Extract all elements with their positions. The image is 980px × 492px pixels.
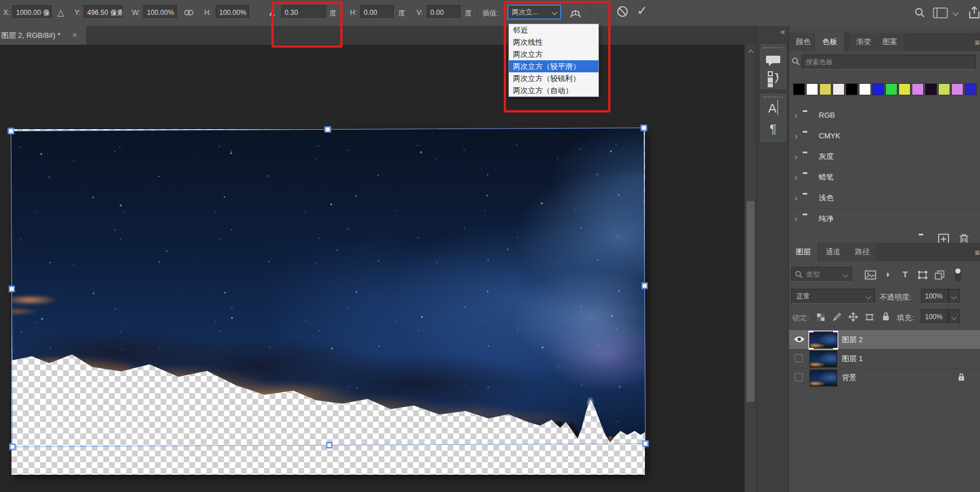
layer-thumbnail[interactable] [810, 332, 837, 348]
rotate-angle-input[interactable]: 0.30 [281, 5, 326, 19]
layer-name[interactable]: 图层 2 [842, 330, 863, 349]
filter-shape-layers-icon[interactable] [917, 270, 928, 280]
swatch[interactable] [819, 83, 831, 95]
interpolation-dropdown[interactable]: 两次立... [507, 5, 561, 20]
filter-smart-objects-icon[interactable] [935, 270, 945, 280]
menu-item-bicubic[interactable]: 两次立方 [509, 48, 598, 60]
swatch[interactable] [859, 83, 871, 95]
cancel-transform-button[interactable] [616, 5, 629, 18]
swatch-group-light[interactable]: › 浅色 [789, 188, 980, 209]
layer-name[interactable]: 背景 [842, 368, 857, 387]
opacity-dropdown-button[interactable] [948, 289, 960, 304]
layer-row-1[interactable]: 图层 1 [789, 349, 980, 369]
lock-transparency-icon[interactable] [816, 313, 825, 321]
y-input[interactable]: 496.50 像素 [84, 5, 123, 19]
transform-handle-top-mid[interactable] [325, 126, 331, 133]
comments-panel-icon[interactable] [760, 53, 787, 68]
lock-all-icon[interactable] [882, 312, 890, 321]
warp-mode-toggle-button[interactable] [568, 6, 583, 20]
fill-input[interactable]: 100% [921, 309, 948, 324]
paragraph-panel-icon[interactable]: ¶ [760, 122, 787, 137]
visibility-checkbox[interactable] [795, 373, 803, 381]
workspace-switcher-icon[interactable] [933, 7, 948, 18]
scroll-up-icon[interactable] [748, 50, 754, 56]
transform-handle-left-mid[interactable] [9, 286, 15, 292]
transform-handle-top-right[interactable] [641, 125, 647, 131]
opacity-input[interactable]: 100% [921, 289, 948, 304]
link-dimensions-icon[interactable] [184, 9, 194, 16]
swatch-group-cmyk[interactable]: › CMYK [789, 126, 980, 147]
transform-layer[interactable] [11, 127, 646, 447]
swatch[interactable] [833, 83, 845, 95]
x-input[interactable]: 1000.00 像 [13, 5, 52, 19]
swatch-group-crayon[interactable]: › 蜡笔 [789, 167, 980, 188]
swatch[interactable] [806, 83, 818, 95]
chevron-down-icon[interactable] [953, 10, 959, 16]
swatch-group-grayscale[interactable]: › 灰度 [789, 146, 980, 168]
tab-paths[interactable]: 路径 [848, 243, 877, 261]
share-icon[interactable] [967, 6, 980, 20]
swatch[interactable] [925, 83, 937, 95]
close-icon[interactable]: × [72, 26, 77, 45]
search-icon[interactable] [914, 7, 925, 18]
skew-v-input[interactable]: 0.00 [427, 5, 460, 19]
tab-layers[interactable]: 图层 [789, 243, 818, 261]
swatch[interactable] [899, 83, 911, 95]
swatch[interactable] [965, 83, 977, 95]
swatch[interactable] [793, 83, 805, 95]
transform-handle-bottom-right[interactable] [642, 440, 648, 447]
swatch[interactable] [885, 83, 897, 95]
swatch-group-rgb[interactable]: › RGB [789, 105, 980, 126]
layer-filter-select[interactable]: 类型 [791, 267, 852, 282]
layer-name[interactable]: 图层 1 [842, 349, 863, 368]
filter-adjustment-layers-icon[interactable]: ◑ [884, 269, 890, 280]
panel-menu-icon[interactable]: ≡ [975, 247, 980, 257]
character-panel-icon[interactable]: A​ [760, 101, 787, 116]
filter-toggle[interactable] [954, 267, 962, 282]
transform-handle-top-left[interactable] [8, 128, 14, 134]
swatch[interactable] [938, 83, 950, 95]
layer-row-2[interactable]: 图层 2 [789, 330, 980, 350]
transform-handle-bottom-left[interactable] [9, 444, 15, 450]
skew-h-input[interactable]: 0.00 [360, 5, 394, 19]
swatch-group-pure[interactable]: › 纯净 [789, 208, 980, 230]
filter-pixel-layers-icon[interactable] [865, 270, 876, 280]
swatch[interactable] [951, 83, 963, 95]
blend-mode-select[interactable]: 正常 [791, 289, 875, 304]
transform-handle-bottom-mid[interactable] [326, 442, 332, 448]
h-input[interactable]: 100.00% [216, 5, 249, 19]
w-input[interactable]: 100.00% [143, 5, 177, 19]
visibility-eye-icon[interactable] [794, 335, 805, 343]
relative-position-delta-button[interactable]: △ [57, 7, 64, 18]
menu-item-bicubic-sharper[interactable]: 两次立方（较锐利） [509, 72, 598, 84]
version-history-panel-icon[interactable] [760, 70, 787, 87]
lock-position-icon[interactable] [849, 312, 858, 321]
menu-item-nearest[interactable]: 邻近 [509, 24, 598, 36]
fill-dropdown-button[interactable] [948, 309, 960, 324]
swatch-search-input[interactable]: 搜索色板 [802, 55, 976, 69]
tab-patterns[interactable]: 图案 [876, 33, 904, 51]
filter-type-layers-icon[interactable]: T [903, 269, 908, 279]
drag-grip[interactable] [764, 47, 783, 48]
menu-item-bilinear[interactable]: 两次线性 [509, 36, 598, 48]
tab-gradients[interactable]: 渐变 [849, 33, 878, 51]
drag-grip[interactable] [764, 96, 783, 98]
tab-channels[interactable]: 通道 [819, 243, 847, 261]
commit-transform-button[interactable]: ✓ [637, 3, 647, 18]
tab-swatches[interactable]: 色板 [815, 33, 844, 51]
panel-menu-icon[interactable]: ≡ [975, 37, 980, 47]
canvas-area[interactable] [0, 45, 744, 492]
tab-color[interactable]: 颜色 [789, 33, 818, 51]
lock-artboard-icon[interactable] [865, 313, 874, 321]
menu-item-bicubic-smoother[interactable]: 两次立方（较平滑） [509, 60, 598, 72]
menu-item-bicubic-auto[interactable]: 两次立方（自动） [509, 84, 598, 96]
canvas-vertical-scrollbar[interactable] [744, 45, 757, 492]
swatch[interactable] [872, 83, 884, 95]
layer-row-background[interactable]: 背景 [789, 368, 980, 388]
transform-handle-right-mid[interactable] [641, 282, 648, 289]
layer-thumbnail[interactable] [810, 370, 837, 386]
swatch[interactable] [846, 83, 858, 95]
layer-thumbnail[interactable] [810, 351, 837, 367]
visibility-checkbox[interactable] [795, 354, 803, 362]
document-tab[interactable]: 图层 2, RGB/8#) * × [0, 26, 86, 45]
